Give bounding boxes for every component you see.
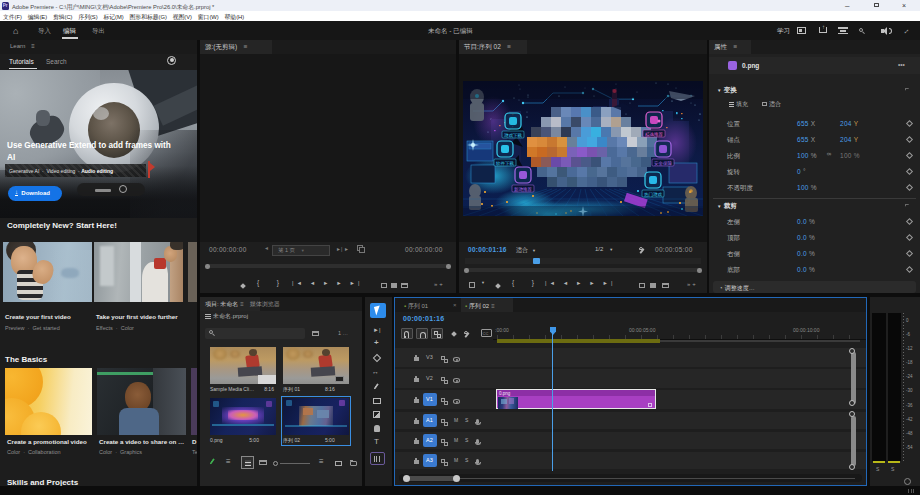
svg-text:精选推荐: 精选推荐 bbox=[645, 131, 664, 138]
svg-text:游戏下载: 游戏下载 bbox=[504, 132, 523, 138]
svg-text:热门游戏: 热门游戏 bbox=[644, 191, 663, 197]
svg-text:安全保障: 安全保障 bbox=[654, 160, 673, 166]
svg-text:软件下载: 软件下载 bbox=[496, 161, 515, 166]
svg-text:新游推荐: 新游推荐 bbox=[514, 186, 533, 192]
